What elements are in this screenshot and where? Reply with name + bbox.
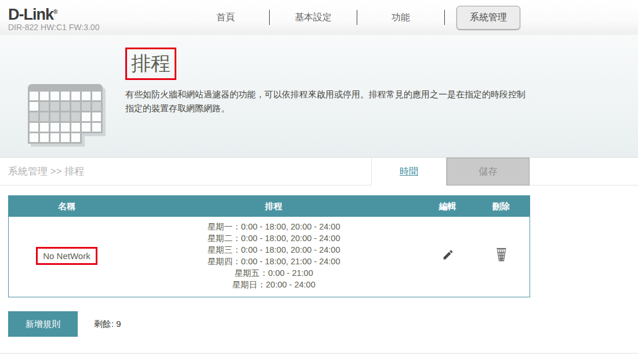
registered-mark: ® — [53, 9, 57, 15]
page-footer: COPYRIGHT © 2015 D-Link — [0, 353, 638, 364]
nav-item-basic-settings[interactable]: 基本設定 — [295, 12, 332, 22]
rule-delete-cell — [473, 247, 530, 264]
schedule-line: 星期日：20:00 - 24:00 — [125, 279, 423, 290]
pencil-icon[interactable] — [442, 249, 454, 261]
schedule-line: 星期一：0:00 - 18:00, 20:00 - 24:00 — [125, 221, 423, 232]
breadcrumb: 系統管理 >> 排程 — [0, 158, 638, 185]
main-nav: 首頁 基本設定 功能 系統管理 — [182, 0, 532, 35]
nav-item-features[interactable]: 功能 — [392, 12, 410, 22]
logo-text: D-Link — [8, 6, 53, 23]
rule-name: No NetWork — [36, 247, 97, 265]
device-model-label: DIR-822 HW:C1 FW:3.00 — [8, 23, 99, 32]
title-annotation-box: 排程 — [125, 48, 176, 80]
hero-section: 排程 有些如防火牆和網站過濾器的功能，可以依排程來啟用或停用。排程常見的應用之一… — [0, 35, 638, 158]
save-button[interactable]: 儲存 — [447, 158, 530, 185]
schedule-line: 星期三：0:00 - 18:00, 20:00 - 24:00 — [125, 244, 423, 256]
trash-icon[interactable] — [495, 247, 507, 261]
nav-item-home[interactable]: 首頁 — [216, 12, 235, 22]
breadcrumb-bar: 系統管理 >> 排程 時間 儲存 — [0, 158, 638, 185]
table-row: No NetWork 星期一：0:00 - 18:00, 20:00 - 24:… — [9, 217, 530, 297]
nav-item-system-management[interactable]: 系統管理 — [456, 6, 520, 30]
column-header-edit: 編輯 — [423, 201, 473, 212]
rule-schedule-cell: 星期一：0:00 - 18:00, 20:00 - 24:00 星期二：0:00… — [125, 221, 423, 290]
column-header-schedule: 排程 — [125, 201, 423, 212]
page-title: 排程 — [131, 50, 171, 76]
schedule-rules-table: 名稱 排程 編輯 刪除 No NetWork 星期一：0:00 - 18:00,… — [8, 195, 530, 297]
calendar-icon-header — [28, 84, 103, 92]
page-description: 有些如防火牆和網站過濾器的功能，可以依排程來啟用或停用。排程常見的應用之一是在指… — [125, 88, 532, 115]
column-header-delete: 刪除 — [473, 201, 530, 212]
brand: D-Link® DIR-822 HW:C1 FW:3.00 — [8, 5, 99, 32]
schedule-line: 星期二：0:00 - 18:00, 20:00 - 24:00 — [125, 232, 423, 244]
action-tabs: 時間 儲存 — [371, 158, 530, 185]
rule-name-cell: No NetWork — [9, 247, 125, 265]
hero-icon-column — [0, 35, 125, 157]
add-rule-button[interactable]: 新增規則 — [8, 311, 78, 337]
table-header-row: 名稱 排程 編輯 刪除 — [9, 196, 530, 217]
schedule-line: 星期五：0:00 - 21:00 — [125, 267, 423, 279]
actions-row: 新增規則 剩餘: 9 — [8, 311, 638, 337]
calendar-icon — [28, 84, 103, 144]
dlink-logo: D-Link® — [8, 5, 99, 22]
hero-text-block: 排程 有些如防火牆和網站過濾器的功能，可以依排程來啟用或停用。排程常見的應用之一… — [125, 35, 532, 157]
tab-time[interactable]: 時間 — [371, 158, 447, 185]
remaining-count-label: 剩餘: 9 — [94, 319, 121, 330]
schedule-line: 星期四：0:00 - 18:00, 21:00 - 24:00 — [125, 256, 423, 267]
rule-edit-cell — [423, 249, 473, 263]
top-bar: D-Link® DIR-822 HW:C1 FW:3.00 首頁 基本設定 功能… — [0, 0, 638, 35]
column-header-name: 名稱 — [9, 201, 125, 212]
copyright-text: COPYRIGHT © 2015 D-Link — [0, 354, 638, 364]
